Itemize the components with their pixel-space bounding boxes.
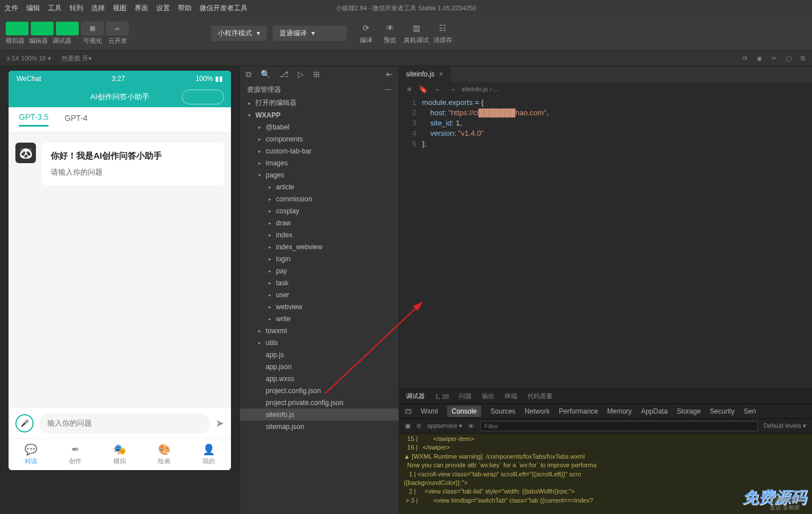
devtab-security[interactable]: Security [710,407,734,415]
nav-chat[interactable]: 💬对话 [25,443,37,466]
filter-input[interactable] [480,421,758,431]
tree-item-app-wxss[interactable]: app.wxss [240,373,399,385]
bookmark-icon[interactable]: 🔖 [419,85,428,94]
devtab-performance[interactable]: Performance [559,407,598,415]
close-icon[interactable]: × [439,70,443,78]
debugger-toggle[interactable] [56,22,79,35]
menu-edit[interactable]: 编辑 [26,3,40,13]
tree-item-project-config-json[interactable]: project.config.json [240,385,399,396]
tab-gpt4[interactable]: GPT-4 [64,114,87,126]
tab-gpt35[interactable]: GPT-3.5 [19,112,48,127]
dbg-tab-quality[interactable]: 代码质量 [527,392,553,400]
tree-item-user[interactable]: ▸user [240,289,399,301]
back-icon[interactable]: ← [435,85,442,94]
tree-item-index[interactable]: ▸index [240,229,399,241]
tree-item-pages[interactable]: ▾pages [240,169,399,181]
breadcrumb-path[interactable]: siteinfo.js › ... [462,86,499,92]
mode-dropdown[interactable]: 小程序模式 ▾ [211,26,267,41]
devtab-console[interactable]: Console [447,406,481,417]
menu-interface[interactable]: 界面 [135,3,148,13]
simulator-toggle[interactable] [6,22,29,35]
compile-icon[interactable]: ⟳ [356,22,376,34]
tree-item-cosplay[interactable]: ▸cosplay [240,205,399,217]
devtab-network[interactable]: Network [525,407,550,415]
tree-item-pay[interactable]: ▸pay [240,265,399,277]
tree-item-towxml[interactable]: ▸towxml [240,325,399,337]
tree-item-app-js[interactable]: app.js [240,349,399,361]
reload-icon[interactable]: ⟳ [742,55,748,62]
collapse-icon[interactable]: ⇤ [386,70,393,79]
menu-select[interactable]: 选择 [91,3,105,13]
forward-icon[interactable]: → [449,85,456,94]
chat-input[interactable] [39,413,210,434]
root-section[interactable]: ▾WXAPP [240,109,399,121]
search-icon[interactable]: 🔍 [261,70,270,79]
record-icon[interactable]: ◉ [757,55,762,62]
clear-console-icon[interactable]: ⊘ [416,422,421,430]
inspect-icon[interactable]: ⮹ [405,407,412,415]
tree-item-custom-tab-bar[interactable]: ▸custom-tab-bar [240,145,399,157]
menu-help[interactable]: 帮助 [178,3,192,13]
send-button[interactable]: ➤ [216,417,224,430]
menu-file[interactable]: 文件 [5,3,18,13]
menu-settings[interactable]: 设置 [156,3,170,13]
cloud-dev-button[interactable]: ∞ [106,22,129,35]
devtab-sensor[interactable]: Sen [744,407,756,415]
devtab-memory[interactable]: Memory [607,407,632,415]
devtab-wxml[interactable]: Wxml [421,407,438,415]
capsule-button[interactable] [182,90,224,104]
eye-icon[interactable]: 👁 [468,423,474,430]
screenshot-icon[interactable]: ▢ [786,55,791,62]
remote-debug-icon[interactable]: ▥ [406,22,427,34]
tree-item-utils[interactable]: ▸utils [240,337,399,349]
preview-icon[interactable]: 👁 [380,22,400,34]
more-icon[interactable]: ⋯ [385,86,392,94]
branch-icon[interactable]: ⎇ [279,70,289,79]
tree-item-project-private-config-json[interactable]: project.private.config.json [240,396,399,408]
popout-icon[interactable]: ⧉ [801,55,805,62]
tree-item-components[interactable]: ▸components [240,133,399,145]
visualize-button[interactable]: ▦ [81,22,104,35]
levels-dropdown[interactable]: Default levels ▾ [764,422,806,430]
tree-item-index_webview[interactable]: ▸index_webview [240,241,399,253]
tree-item-login[interactable]: ▸login [240,253,399,265]
dbg-tab-output[interactable]: 输出 [482,392,494,400]
menu-goto[interactable]: 转到 [70,3,83,13]
nav-draw[interactable]: 🎨绘画 [158,443,170,466]
device-info[interactable]: s 5X 100% 16 ▾ [7,55,51,62]
devtab-appdata[interactable]: AppData [641,407,668,415]
tree-item-article[interactable]: ▸article [240,181,399,193]
open-editors-section[interactable]: ▸打开的编辑器 [240,97,399,109]
tree-item-task[interactable]: ▸task [240,277,399,289]
nav-mine[interactable]: 👤我的 [202,443,215,466]
hot-reload-toggle[interactable]: 热重载 开▾ [62,54,92,63]
editor-tab-siteinfo[interactable]: siteinfo.js× [399,66,450,82]
debug-icon[interactable]: ▷ [298,70,304,79]
tree-item-sitemap-json[interactable]: sitemap.json [240,420,399,432]
tree-item-commission[interactable]: ▸commission [240,193,399,205]
voice-button[interactable]: 🎤 [15,414,34,432]
nav-simulate[interactable]: 🎭模拟 [113,443,126,466]
menu-tools[interactable]: 工具 [48,3,62,13]
compile-dropdown[interactable]: 普通编译 ▾ [273,26,347,41]
editor-toggle[interactable] [31,22,54,35]
nav-create[interactable]: ✒创作 [69,443,82,466]
ext-icon[interactable]: ⊞ [313,70,320,79]
tree-item-images[interactable]: ▸images [240,157,399,169]
tree-item-webview[interactable]: ▸webview [240,301,399,313]
outline-icon[interactable]: ≡ [407,85,412,94]
clear-cache-icon[interactable]: ☷ [432,22,453,34]
tree-item-draw[interactable]: ▸draw [240,217,399,229]
dbg-tab-terminal[interactable]: 终端 [505,392,517,400]
sidebar-toggle-icon[interactable]: ▣ [405,422,411,430]
menu-wechat-devtools[interactable]: 微信开发者工具 [200,3,247,13]
cut-icon[interactable]: ✂ [772,55,777,62]
tree-item-siteinfo-js[interactable]: siteinfo.js [240,408,399,420]
dbg-tab-problems[interactable]: 问题 [459,392,472,400]
devtab-sources[interactable]: Sources [490,407,515,415]
tree-item-@babel[interactable]: ▸@babel [240,121,399,133]
files-icon[interactable]: ⧉ [246,70,251,79]
tree-item-write[interactable]: ▸write [240,313,399,325]
context-dropdown[interactable]: appservice ▾ [427,422,462,430]
code-editor[interactable]: 12345 module.exports = { host: "https://… [399,96,812,388]
